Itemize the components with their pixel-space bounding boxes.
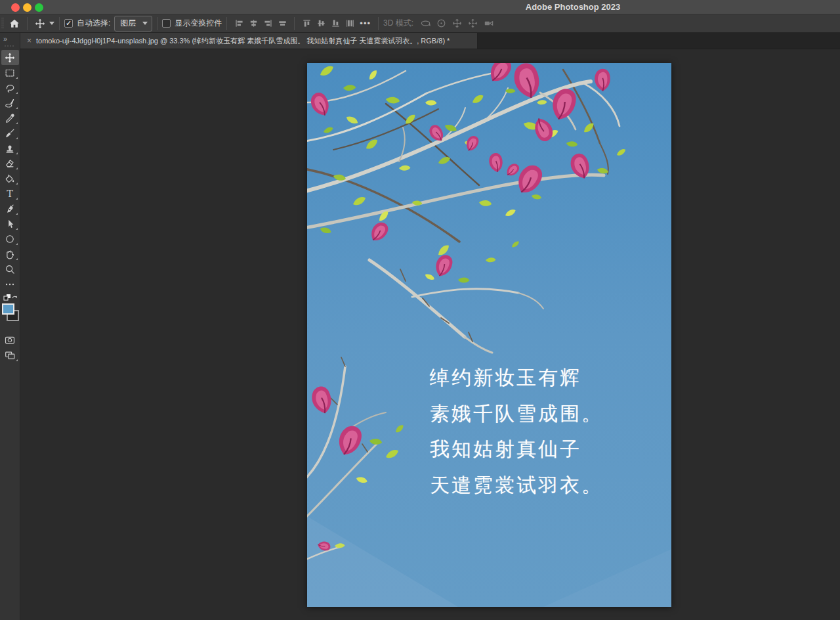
divider	[226, 17, 227, 30]
close-window-button[interactable]	[11, 3, 20, 12]
eraser-tool[interactable]	[1, 156, 19, 171]
quick-mask-button[interactable]	[1, 332, 19, 347]
edit-toolbar-button[interactable]	[1, 277, 19, 292]
poem-line-3: 我知姑射真仙子	[430, 432, 603, 468]
mode-3d-label: 3D 模式:	[383, 18, 413, 29]
auto-select-target-value: 图层	[120, 18, 136, 29]
screen-mode-button[interactable]	[1, 347, 19, 363]
swap-colors-icon[interactable]	[12, 296, 17, 298]
distribute-vertical-icon[interactable]	[343, 16, 357, 31]
poem-line-2: 素娥千队雪成围。	[430, 396, 603, 432]
foreground-color-swatch[interactable]	[2, 303, 14, 315]
brush-tool[interactable]	[1, 125, 19, 141]
pen-tool[interactable]	[1, 201, 19, 216]
orbit-3d-icon[interactable]	[417, 16, 433, 31]
window-title: Adobe Photoshop 2023	[526, 2, 620, 12]
document-tab-title: tomoko-uji-4JdggH0j1P4-unsplash.jpg @ 33…	[36, 36, 450, 46]
object-selection-tool[interactable]	[1, 95, 19, 110]
roll-3d-icon[interactable]	[433, 16, 449, 31]
dolly-camera-3d-icon[interactable]	[480, 16, 496, 31]
align-left-edges-icon[interactable]	[232, 16, 246, 31]
poem-line-4: 天遣霓裳试羽衣。	[430, 468, 603, 504]
auto-select-checkbox[interactable]	[64, 19, 73, 28]
lasso-tool[interactable]	[1, 80, 19, 95]
zoom-window-button[interactable]	[35, 3, 43, 12]
titlebar: Adobe Photoshop 2023	[0, 0, 840, 14]
photo-magnolia-sky	[307, 63, 671, 607]
poem-text-layer[interactable]: 绰约新妆玉有辉 素娥千队雪成围。 我知姑射真仙子 天遣霓裳试羽衣。	[430, 360, 603, 503]
align-right-edges-icon[interactable]	[261, 16, 275, 31]
divider	[27, 17, 28, 30]
chevron-down-icon	[142, 22, 148, 25]
sky-background	[307, 63, 671, 607]
poem-line-1: 绰约新妆玉有辉	[430, 360, 603, 396]
collapse-panel-button[interactable]: »	[0, 33, 20, 43]
move-tool[interactable]	[1, 50, 19, 65]
default-colors-icon[interactable]	[4, 294, 10, 300]
options-bar-grip[interactable]	[1, 18, 4, 30]
type-tool[interactable]: T	[1, 186, 19, 201]
align-horizontal-centers-icon[interactable]	[246, 16, 261, 31]
auto-select-label: 自动选择:	[77, 18, 110, 29]
hand-tool[interactable]	[1, 246, 19, 261]
show-transform-label: 显示变换控件	[175, 18, 222, 29]
clone-stamp-tool[interactable]	[1, 141, 19, 156]
tab-bar: × tomoko-uji-4JdggH0j1P4-unsplash.jpg @ …	[20, 33, 840, 49]
slide-3d-icon[interactable]	[465, 16, 480, 31]
ellipse-shape-tool[interactable]	[1, 231, 19, 246]
divider	[294, 17, 295, 30]
canvas-area[interactable]: 绰约新妆玉有辉 素娥千队雪成围。 我知姑射真仙子 天遣霓裳试羽衣。	[20, 49, 840, 620]
document-tab[interactable]: × tomoko-uji-4JdggH0j1P4-unsplash.jpg @ …	[20, 33, 478, 49]
document-canvas[interactable]: 绰约新妆玉有辉 素娥千队雪成围。 我知姑射真仙子 天遣霓裳试羽衣。	[307, 63, 671, 607]
eyedropper-tool[interactable]	[1, 110, 19, 125]
show-transform-checkbox[interactable]	[162, 19, 171, 28]
align-middles-icon[interactable]	[314, 16, 328, 31]
paint-bucket-tool[interactable]	[1, 171, 19, 186]
color-controls	[1, 293, 19, 302]
more-options-button[interactable]: •••	[357, 18, 373, 28]
path-selection-tool[interactable]	[1, 216, 19, 231]
divider	[157, 17, 158, 30]
rectangular-marquee-tool[interactable]	[1, 65, 19, 80]
tools-panel: » T	[0, 33, 20, 620]
align-bottom-edges-icon[interactable]	[328, 16, 343, 31]
photoshop-window: Adobe Photoshop 2023 自动选择: 图层 显示变换控件	[0, 0, 840, 620]
tool-preset-caret-icon[interactable]	[49, 22, 54, 25]
divider	[59, 17, 60, 30]
home-icon[interactable]	[7, 16, 22, 31]
tools-panel-grip[interactable]	[5, 45, 15, 47]
divider	[378, 17, 379, 30]
minimize-window-button[interactable]	[23, 3, 32, 12]
align-vertical-centers-icon[interactable]	[275, 16, 289, 31]
auto-select-target-dropdown[interactable]: 图层	[114, 16, 152, 32]
type-tool-glyph: T	[7, 188, 13, 198]
close-tab-icon[interactable]: ×	[27, 36, 32, 45]
move-tool-icon[interactable]	[32, 16, 48, 31]
align-top-edges-icon[interactable]	[299, 16, 314, 31]
zoom-tool[interactable]	[1, 261, 19, 277]
options-bar: 自动选择: 图层 显示变换控件 ••• 3D 模式:	[0, 14, 840, 33]
pan-3d-icon[interactable]	[449, 16, 465, 31]
